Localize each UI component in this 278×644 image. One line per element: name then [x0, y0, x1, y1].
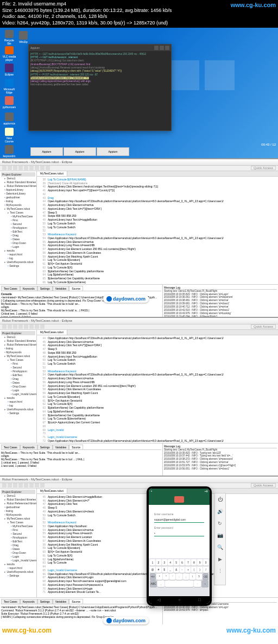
keyboard-key[interactable]: 9: [197, 559, 203, 566]
code-editor[interactable]: MyTestCases.robot 38Log To Console ${FIN…: [37, 171, 278, 284]
editor-tabs[interactable]: MyTestCases.robot: [37, 330, 278, 335]
tree-item[interactable]: Settings: [4, 574, 35, 578]
tree-item[interactable]: AppiumLibrary: [4, 188, 35, 192]
tree-item[interactable]: Dates: [4, 547, 35, 551]
desktop-icon[interactable]: keywordm: [2, 144, 16, 158]
keyboard-key[interactable]: ⌫: [203, 573, 208, 580]
zoom-icon[interactable]: 🔍: [216, 543, 224, 551]
keyboard-key[interactable]: 8: [191, 559, 197, 566]
tree-item[interactable]: Second: [4, 366, 35, 370]
tree-item[interactable]: MyTestCases.robot: [4, 517, 35, 521]
tree-item[interactable]: EditText: [4, 373, 35, 377]
bottom-tab[interactable]: Source: [69, 599, 83, 604]
tree-item[interactable]: log: [4, 404, 35, 408]
tree-item[interactable]: Robot Standard libraries: [4, 498, 35, 502]
editor-tab[interactable]: MyTestCases.robot: [37, 171, 67, 176]
tree-item[interactable]: Login_Invalid Username: [4, 559, 35, 562]
tree-item[interactable]: UsefulKeywords.robot: [4, 408, 35, 411]
tree-item[interactable]: Demo1: [4, 177, 35, 180]
taskbar[interactable]: Appium Appium Appium: [30, 147, 129, 158]
android-emulator[interactable]: ▾▴ ▮ Enter username support@geneidigital…: [147, 486, 212, 606]
tree-item[interactable]: Drop Down: [4, 241, 35, 245]
taskbar-item[interactable]: Appium: [97, 147, 129, 156]
tree-item[interactable]: Login: [4, 389, 35, 392]
console-panel[interactable]: Test Cases Keywords Settings Variables S…: [0, 443, 163, 476]
keyboard-key[interactable]: [165, 580, 193, 587]
bottom-tab[interactable]: Keywords: [20, 445, 37, 449]
tree-item[interactable]: First: [4, 218, 35, 222]
android-nav-bar[interactable]: ◁ ○ □: [149, 596, 210, 604]
tree-item[interactable]: MyFirstTestCase: [4, 215, 35, 218]
desktop-icon[interactable]: appiumca: [2, 111, 16, 127]
bottom-tab[interactable]: Source: [69, 445, 83, 449]
keyboard-key[interactable]: ·: [194, 580, 201, 587]
keyboard-key[interactable]: $: [162, 566, 167, 573]
recent-icon[interactable]: □: [198, 598, 200, 602]
bottom-tab[interactable]: Test Cases: [1, 599, 20, 604]
volume-icon[interactable]: 🔊: [216, 508, 224, 515]
keyboard-key[interactable]: #: [156, 566, 161, 573]
bottom-tab[interactable]: Keywords: [20, 599, 37, 604]
tree-item[interactable]: MyKeywords: [4, 203, 35, 207]
tree-item[interactable]: Dates: [4, 381, 35, 385]
keyboard-key[interactable]: /: [203, 566, 208, 573]
camera-icon[interactable]: 📷: [216, 532, 224, 539]
keyboard-key[interactable]: *: [156, 573, 162, 580]
tree-item[interactable]: report.html: [4, 566, 35, 570]
tree-item[interactable]: listing: [4, 509, 35, 513]
desktop-icon[interactable]: New Course: [2, 128, 16, 143]
desktop-icon[interactable]: Microsoft Edge: [2, 79, 16, 94]
message-log-panel[interactable]: Message Log Starting test: Demo1.MyTestC…: [163, 443, 278, 476]
terminal-titlebar[interactable]: Appium: [29, 45, 171, 51]
keyboard-key[interactable]: ": [163, 573, 169, 580]
tree-item[interactable]: MyTestCases.robot: [4, 207, 35, 211]
rotate-icon[interactable]: ↻: [216, 520, 224, 527]
tree-item[interactable]: Settings: [4, 411, 35, 415]
keyboard-key[interactable]: +: [185, 566, 191, 573]
project-explorer[interactable]: Project Explorer Demo1 Robot Standard li…: [0, 330, 37, 443]
play-icon[interactable]: ▶: [216, 555, 224, 563]
tree-item[interactable]: EditText: [4, 540, 35, 543]
keyboard-key[interactable]: →: [201, 580, 208, 587]
tree-item[interactable]: Login: [4, 555, 35, 559]
back-icon[interactable]: ◁: [157, 598, 160, 602]
tree-item[interactable]: Test Cases: [4, 358, 35, 362]
tree-item[interactable]: Robot Standard libraries: [4, 180, 35, 184]
tree-item[interactable]: report.html: [4, 400, 35, 404]
keyboard-key[interactable]: -: [180, 566, 185, 573]
tree-item[interactable]: results: [4, 396, 35, 400]
tree-item[interactable]: listing: [4, 347, 35, 351]
keyboard-key[interactable]: _: [168, 566, 173, 573]
tree-item[interactable]: MyKeywords: [4, 513, 35, 517]
tree-item[interactable]: Login_Invalid Username: [4, 392, 35, 396]
tree-item[interactable]: geckodriver: [4, 196, 35, 199]
desktop-icon[interactable]: VLC media player: [2, 46, 16, 61]
ide-toolbar[interactable]: Quick Access: [0, 166, 278, 171]
keyboard-key[interactable]: ?: [196, 573, 202, 580]
keyboard-key[interactable]: 6: [180, 559, 185, 566]
tree-item[interactable]: listing: [4, 199, 35, 203]
quick-access[interactable]: Quick Access: [251, 166, 276, 170]
tree-item[interactable]: Test Cases: [4, 211, 35, 215]
tree-item[interactable]: report.html: [4, 253, 35, 257]
tree-item[interactable]: Second: [4, 222, 35, 226]
tree-item[interactable]: Drop Down: [4, 551, 35, 555]
keyboard-key[interactable]: :: [176, 573, 182, 580]
keyboard-key[interactable]: ;: [183, 573, 189, 580]
ide-toolbar[interactable]: Quick Access: [0, 483, 278, 489]
keyboard-key[interactable]: &: [174, 566, 179, 573]
tree-item[interactable]: FirstAppium: [4, 370, 35, 373]
bottom-tab[interactable]: Source: [69, 286, 83, 291]
tree-item[interactable]: Robot Referenced libraries: [4, 343, 35, 347]
keyboard-key[interactable]: (: [191, 566, 197, 573]
keyboard-key[interactable]: @: [150, 566, 155, 573]
quick-access[interactable]: Quick Access: [251, 324, 276, 329]
project-explorer[interactable]: Project Explorer Demo1 Robot Standard li…: [0, 489, 37, 597]
tree-item[interactable]: Robot Referenced libraries: [4, 184, 35, 188]
bottom-tab[interactable]: Variables: [53, 286, 69, 291]
soft-keyboard[interactable]: 1234567890 @#$_&-+()/ =\<*"':;!?⌫ ABC,·→: [149, 558, 210, 596]
bottom-tab[interactable]: Settings: [37, 599, 53, 604]
tree-item[interactable]: First: [4, 528, 35, 532]
desktop-icon[interactable]: pythoncam: [2, 95, 16, 110]
tree-item[interactable]: Demo1: [4, 335, 35, 339]
